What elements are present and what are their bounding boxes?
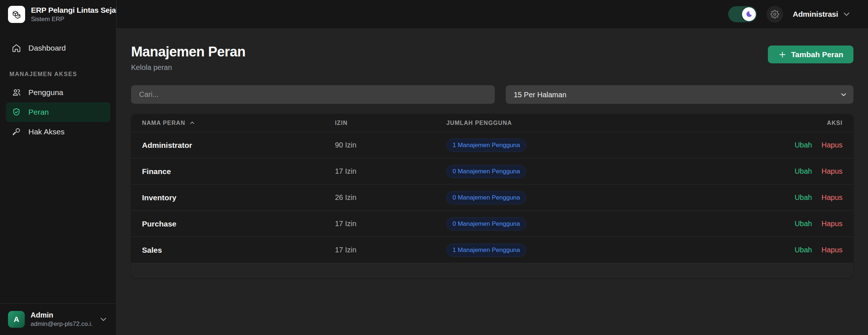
table-header-row: NAMA PERAN IZIN JUMLAH PENGGUNA AKSI (131, 114, 853, 132)
delete-role-link[interactable]: Hapus (821, 193, 843, 202)
table-row: Purchase 17 Izin 0 Manajemen Pengguna Ub… (131, 211, 853, 237)
per-page-select[interactable]: 15 Per Halaman (506, 85, 853, 104)
page-title: Manajemen Peran (131, 44, 245, 60)
role-dropdown[interactable]: Administrasi (793, 9, 851, 19)
column-header-jumlah-pengguna: JUMLAH PENGGUNA (446, 120, 755, 126)
delete-role-link[interactable]: Hapus (821, 220, 843, 228)
table-footer (131, 263, 853, 278)
role-name: Administrator (142, 141, 335, 150)
user-count-badge: 0 Manajemen Pengguna (446, 165, 526, 178)
gear-icon (770, 10, 779, 19)
avatar: A (8, 311, 25, 328)
page-subtitle: Kelola peran (131, 63, 245, 72)
delete-role-link[interactable]: Hapus (821, 246, 843, 254)
main-content: Manajemen Peran Kelola peran Tambah Pera… (117, 29, 868, 335)
app-title: ERP Pelangi Lintas Sejaht... (31, 6, 108, 15)
moon-icon (745, 10, 753, 18)
sidebar-nav: Dashboard MANAJEMEN AKSES Pengguna Peran (0, 29, 116, 303)
chevron-down-icon (99, 315, 108, 324)
delete-role-link[interactable]: Hapus (821, 141, 843, 149)
role-dropdown-label: Administrasi (793, 10, 838, 19)
sidebar: ERP Pelangi Lintas Sejaht... Sistem ERP … (0, 0, 117, 335)
toggle-knob (742, 7, 756, 21)
user-name: Admin (31, 311, 93, 319)
sidebar-item-dashboard[interactable]: Dashboard (6, 38, 110, 58)
app-logo (8, 6, 25, 23)
edit-role-link[interactable]: Ubah (794, 141, 812, 149)
roles-table: NAMA PERAN IZIN JUMLAH PENGGUNA AKSI Adm… (131, 114, 853, 278)
role-izin-count: 26 Izin (335, 193, 446, 202)
edit-role-link[interactable]: Ubah (794, 193, 812, 202)
role-name: Purchase (142, 220, 335, 228)
sort-ascending-icon (189, 120, 196, 126)
table-row: Finance 17 Izin 0 Manajemen Pengguna Uba… (131, 158, 853, 185)
table-row: Sales 17 Izin 1 Manajemen Pengguna Ubah … (131, 237, 853, 263)
role-izin-count: 90 Izin (335, 141, 446, 149)
user-count-badge: 1 Manajemen Pengguna (446, 244, 526, 257)
role-name: Inventory (142, 193, 335, 202)
column-header-aksi: AKSI (755, 120, 843, 126)
key-icon (12, 127, 21, 137)
sidebar-item-label: Hak Akses (28, 127, 64, 136)
sidebar-item-label: Dashboard (28, 44, 66, 52)
role-name: Finance (142, 167, 335, 176)
app-brand[interactable]: ERP Pelangi Lintas Sejaht... Sistem ERP (0, 0, 116, 29)
home-icon (12, 43, 21, 53)
role-izin-count: 17 Izin (335, 246, 446, 254)
edit-role-link[interactable]: Ubah (794, 246, 812, 254)
user-account-menu[interactable]: A Admin admin@erp-pls72.co.i... (0, 303, 116, 335)
column-header-nama-peran[interactable]: NAMA PERAN (142, 120, 335, 126)
user-count-badge: 0 Manajemen Pengguna (446, 191, 526, 204)
users-icon (12, 88, 21, 97)
sidebar-item-pengguna[interactable]: Pengguna (6, 83, 110, 102)
user-count-badge: 1 Manajemen Pengguna (446, 139, 526, 152)
chevron-down-icon (842, 9, 851, 19)
sidebar-item-label: Pengguna (28, 88, 63, 97)
user-email: admin@erp-pls72.co.i... (31, 320, 93, 328)
edit-role-link[interactable]: Ubah (794, 220, 812, 228)
sidebar-item-label: Peran (28, 108, 49, 117)
search-input[interactable] (131, 85, 495, 104)
delete-role-link[interactable]: Hapus (821, 167, 843, 176)
settings-button[interactable] (766, 6, 783, 23)
plus-icon (778, 50, 787, 59)
column-header-izin: IZIN (335, 120, 446, 126)
role-name: Sales (142, 246, 335, 255)
edit-role-link[interactable]: Ubah (794, 167, 812, 176)
shield-check-icon (12, 107, 21, 117)
dark-mode-toggle[interactable] (728, 6, 757, 22)
topbar: Administrasi (117, 0, 868, 29)
add-role-button-label: Tambah Peran (791, 50, 843, 59)
laravel-cube-icon (11, 9, 22, 20)
add-role-button[interactable]: Tambah Peran (768, 46, 853, 63)
user-count-badge: 0 Manajemen Pengguna (446, 217, 526, 230)
role-izin-count: 17 Izin (335, 220, 446, 228)
sidebar-section-label: MANAJEMEN AKSES (6, 58, 110, 83)
sidebar-item-hak-akses[interactable]: Hak Akses (6, 122, 110, 142)
role-izin-count: 17 Izin (335, 167, 446, 176)
sidebar-item-peran[interactable]: Peran (6, 102, 110, 122)
table-row: Inventory 26 Izin 0 Manajemen Pengguna U… (131, 185, 853, 211)
table-row: Administrator 90 Izin 1 Manajemen Penggu… (131, 132, 853, 158)
app-subtitle: Sistem ERP (31, 16, 108, 23)
